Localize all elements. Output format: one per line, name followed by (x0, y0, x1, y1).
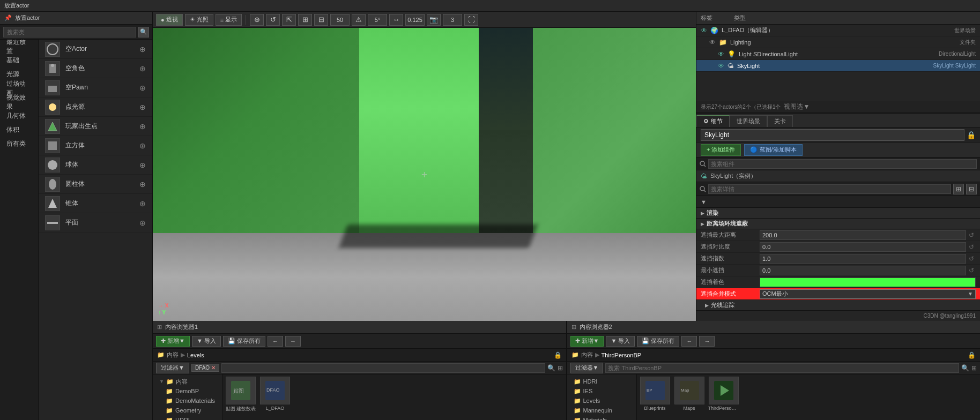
transform-world-button[interactable]: ⊞ (298, 14, 312, 26)
camera-button[interactable]: 📷 (427, 14, 441, 26)
add-asset-icon[interactable]: ⊕ (139, 103, 146, 111)
visibility-icon[interactable]: 👁 (718, 50, 724, 58)
cb1-back-button[interactable]: ← (268, 336, 283, 347)
list-item[interactable]: 空Pawn ⊕ (39, 78, 152, 98)
visibility-icon[interactable]: 👁 (709, 39, 716, 46)
tree-item-geometry[interactable]: 📁 Geometry (155, 406, 220, 415)
cb2-import-button[interactable]: ▼ 导入 (606, 336, 635, 347)
prop-reset-button[interactable]: ↺ (967, 243, 976, 251)
cb1-grid-icon[interactable]: ⊞ (558, 364, 563, 372)
cb1-search-input[interactable] (221, 363, 545, 373)
tree-item-content[interactable]: ▼ 📁 内容 (155, 377, 220, 386)
ray-tracing-section-header[interactable]: ▶ 光线追踪 (696, 300, 980, 311)
tree-item-hdri[interactable]: 📁 HDRI (155, 415, 220, 420)
asset-search-input[interactable] (3, 27, 136, 38)
tree-item-demobp[interactable]: 📁 DemoBP (155, 386, 220, 396)
blueprint-button[interactable]: 🔵 蓝图/添加脚本 (744, 144, 802, 156)
cb2-save-button[interactable]: 💾 保存所有 (637, 336, 679, 347)
cb2-path-content[interactable]: 内容 (581, 351, 593, 359)
render-section-header[interactable]: ▶ 渲染 (696, 208, 980, 219)
prop-value-field[interactable]: 0.0 (760, 242, 966, 252)
category-visual-effects[interactable]: 视觉效果 (0, 95, 38, 109)
tab-details[interactable]: ⚙ 细节 (696, 115, 730, 127)
transform-scale-button[interactable]: ⇱ (282, 14, 296, 26)
cb2-path-thirdperson[interactable]: ThirdPersonBP (602, 352, 642, 358)
cb1-lock-icon[interactable]: 🔒 (554, 351, 562, 359)
list-item[interactable]: 锥体 ⊕ (39, 194, 152, 213)
tree-item-hdri[interactable]: 📁 HDRI (569, 377, 634, 386)
add-asset-icon[interactable]: ⊕ (139, 45, 146, 54)
asset-card-blueprints[interactable]: BP Blueprints (639, 377, 671, 411)
outliner-row-selected[interactable]: 👁 🌤 SkyLight SkyLight SkyLight (696, 60, 980, 72)
cb1-import-button[interactable]: ▼ 导入 (192, 336, 221, 347)
category-recently-placed[interactable]: 最近放置 (0, 40, 38, 54)
transform-translate-button[interactable]: ⊕ (250, 14, 264, 26)
add-asset-icon[interactable]: ⊕ (139, 122, 146, 131)
cb1-new-button[interactable]: ✚ 新增▼ (156, 336, 190, 347)
lock-icon[interactable]: 🔒 (967, 131, 976, 139)
outliner-row[interactable]: 👁 🌍 L_DFAO（编辑器） 世界场景 (696, 25, 980, 36)
asset-card-thirdperson-overview[interactable]: ThirdPerson Overview (708, 377, 740, 411)
list-item[interactable]: 圆柱体 ⊕ (39, 175, 152, 194)
skylight-instance-row[interactable]: 🌤 SkyLight（实例） (696, 170, 980, 182)
add-asset-icon[interactable]: ⊕ (139, 64, 146, 73)
filter-remove-icon[interactable]: ✕ (211, 365, 216, 371)
menu-place-actor[interactable]: 放置actor (4, 2, 29, 10)
list-item[interactable]: 点光源 ⊕ (39, 98, 152, 117)
tree-item-ies[interactable]: 📁 IES (569, 386, 634, 396)
details-search-input[interactable] (708, 184, 951, 194)
list-item[interactable]: 立方体 ⊕ (39, 136, 152, 155)
expand-all-button[interactable]: ⊞ (953, 184, 964, 194)
prop-reset-button[interactable]: ↺ (967, 266, 976, 275)
lighting-button[interactable]: ☀ 光照 (185, 14, 213, 26)
cb1-save-button[interactable]: 💾 保存所有 (223, 336, 265, 347)
prop-value-field[interactable]: 1.0 (760, 254, 966, 264)
tab-level[interactable]: 关卡 (767, 115, 793, 127)
3d-viewport[interactable]: + → X ↑ Y (153, 28, 696, 321)
prop-value-field[interactable]: 0.0 (760, 266, 966, 275)
transform-rotate-button[interactable]: ↺ (266, 14, 280, 26)
grid-toggle-button[interactable]: ⊟ (314, 14, 328, 26)
list-item[interactable]: 玩家出生点 ⊕ (39, 117, 152, 136)
cb2-search-input[interactable] (605, 363, 959, 373)
cb2-filter-button[interactable]: 过滤器▼ (570, 363, 604, 373)
asset-search-button[interactable]: 🔍 (138, 27, 149, 38)
add-asset-icon[interactable]: ⊕ (139, 219, 146, 227)
tree-item-mannequin[interactable]: 📁 Mannequin (569, 406, 634, 415)
list-item[interactable]: 球体 ⊕ (39, 155, 152, 175)
tab-world-scene[interactable]: 世界场景 (730, 115, 767, 127)
add-asset-icon[interactable]: ⊕ (139, 180, 146, 189)
cb2-grid-icon[interactable]: ⊞ (971, 364, 977, 372)
cb1-search-icon[interactable]: 🔍 (547, 364, 555, 372)
show-button[interactable]: ≡ 显示 (216, 14, 242, 26)
cb2-lock-icon[interactable]: 🔒 (968, 351, 976, 359)
category-all[interactable]: 所有类 (0, 137, 38, 151)
asset-card-ldfao[interactable]: DFAO L_DFAO (259, 377, 291, 412)
prop-value-field[interactable]: 200.0 (760, 230, 966, 240)
asset-card-texture[interactable]: 贴图 贴图 建数数表 (225, 377, 257, 412)
color-swatch-button[interactable] (760, 278, 976, 287)
component-search-input[interactable] (708, 159, 977, 169)
category-geometry[interactable]: 几何体 (0, 109, 38, 123)
category-basic[interactable]: 基础 (0, 54, 38, 68)
cb2-new-button[interactable]: ✚ 新增▼ (570, 336, 604, 347)
outliner-row[interactable]: 👁 💡 Light SDirectionalLight DirectionalL… (696, 48, 980, 60)
cb1-path-levels[interactable]: Levels (187, 352, 204, 358)
cb1-forward-button[interactable]: → (285, 336, 301, 347)
tree-item-materials[interactable]: 📁 Materials (569, 415, 634, 420)
visibility-icon[interactable]: 👁 (718, 62, 724, 70)
category-volume[interactable]: 体积 (0, 123, 38, 137)
add-component-button[interactable]: + 添加组件 (701, 144, 741, 156)
cb2-search-icon[interactable]: 🔍 (961, 364, 969, 372)
cb2-forward-button[interactable]: → (699, 336, 715, 347)
collapse-all-button[interactable]: ⊟ (966, 184, 977, 194)
maximize-button[interactable]: ⛶ (464, 14, 478, 26)
list-item[interactable]: 平面 ⊕ (39, 213, 152, 232)
add-asset-icon[interactable]: ⊕ (139, 141, 146, 150)
tree-item-demomaterials[interactable]: 📁 DemoMaterials (155, 396, 220, 406)
list-item[interactable]: 空Actor ⊕ (39, 40, 152, 59)
component-name-input[interactable] (701, 129, 964, 141)
visibility-icon[interactable]: 👁 (701, 27, 707, 34)
add-asset-icon[interactable]: ⊕ (139, 161, 146, 169)
cb1-filter-button[interactable]: 过滤器▼ (156, 363, 189, 373)
